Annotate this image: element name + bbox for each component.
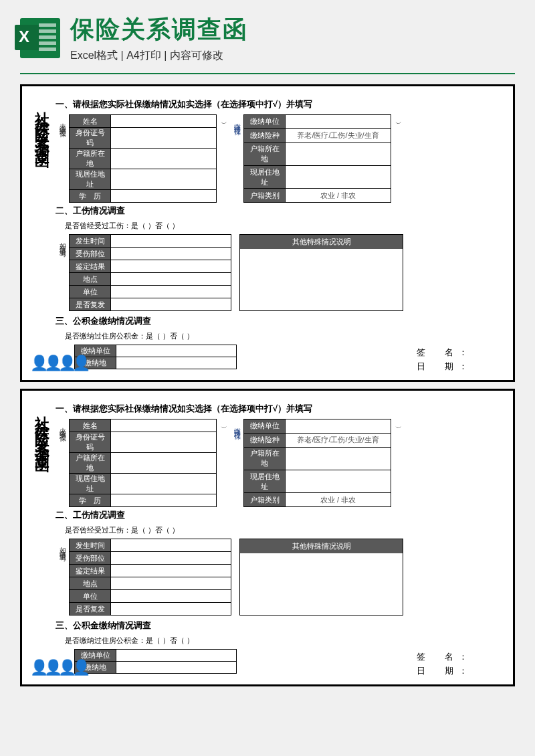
sec3-table: 缴纳单位 缴纳地	[74, 649, 237, 674]
sign-label: 签 名：	[417, 651, 473, 663]
section3-title: 三、公积金缴纳情况调查	[56, 620, 500, 632]
sec1-left-table: 姓名 身份证号码 户籍所在地 现居住地址 学 历	[69, 114, 217, 203]
section3-title: 三、公积金缴纳情况调查	[56, 315, 500, 327]
sec1-left-label: 未缴纳社保（	[56, 114, 69, 203]
label-unit2: 单位	[70, 286, 111, 298]
sec1-left-table: 姓名 身份证号码 户籍所在地 现居住地址 学 历	[69, 419, 217, 507]
input-recur[interactable]	[111, 298, 231, 311]
main-title: 保险关系调查函	[70, 13, 248, 46]
label-result: 鉴定结果	[70, 260, 111, 273]
section2-question: 是否曾经受过工伤：是（ ）否（ ）	[65, 221, 500, 231]
label-huji: 户籍所在地	[70, 149, 111, 169]
sec1-right-close: ）	[391, 114, 405, 203]
people-icon: 👤👤👤👤	[30, 355, 86, 372]
section3-question: 是否缴纳过住房公积金：是（ ）否（ ）	[65, 331, 500, 341]
input-addr2[interactable]	[286, 165, 391, 188]
sec1-right-table: 缴纳单位 缴纳险种养老/医疗/工伤/失业/生育 户籍所在地 现居住地址 户籍类别…	[243, 114, 391, 203]
sec2-left-label: 如有请填写	[56, 234, 69, 311]
other-body[interactable]	[240, 249, 403, 310]
sec2-left-label: 如有请填写	[56, 539, 69, 616]
sec3-table: 缴纳单位 缴纳地	[74, 345, 237, 369]
form-page-2: 社会保险关系调查函 一、请根据您实际社保缴纳情况如实选择（在选择项中打√）并填写…	[20, 389, 515, 686]
label-addr2: 现居住地址	[244, 165, 286, 188]
header: 保险关系调查函 Excel格式 | A4打印 | 内容可修改	[0, 0, 535, 70]
other-box: 其他特殊情况说明	[239, 234, 403, 311]
input-unit2[interactable]	[111, 286, 231, 298]
date-label: 日 期：	[417, 361, 473, 373]
label-name: 姓名	[70, 115, 111, 128]
input-gjj-unit[interactable]	[116, 345, 237, 357]
label-unit: 缴纳单位	[244, 115, 286, 129]
sec2-table: 发生时间 受伤部位 鉴定结果 地点 单位 是否复发	[69, 234, 231, 311]
section3-question: 是否缴纳过住房公积金：是（ ）否（ ）	[65, 636, 500, 646]
input-unit[interactable]	[286, 115, 391, 129]
sec1-left-label: 未缴纳社保（	[56, 419, 69, 507]
sign-label: 签 名：	[417, 347, 473, 359]
input-addr[interactable]	[111, 169, 217, 190]
input-edu[interactable]	[111, 190, 217, 203]
sec1-left-close: ）	[217, 114, 230, 203]
date-label: 日 期：	[417, 665, 473, 677]
form-page-1: 社会保险关系调查函 一、请根据您实际社保缴纳情况如实选择（在选择项中打√）并填写…	[20, 84, 515, 382]
section1-title: 一、请根据您实际社保缴纳情况如实选择（在选择项中打√）并填写	[56, 98, 500, 110]
input-time[interactable]	[111, 235, 231, 248]
sec1-right-label: 缴纳社保（	[230, 419, 243, 507]
section1-title: 一、请根据您实际社保缴纳情况如实选择（在选择项中打√）并填写	[56, 403, 500, 415]
subtitle: Excel格式 | A4打印 | 内容可修改	[70, 49, 248, 63]
sec1-left-close: ）	[217, 419, 230, 507]
header-divider	[20, 73, 515, 74]
input-type[interactable]: 养老/医疗/工伤/失业/生育	[286, 128, 391, 143]
label-id: 身份证号码	[70, 128, 111, 149]
sec2-table: 发生时间 受伤部位 鉴定结果 地点 单位 是否复发	[69, 539, 231, 616]
section2-title: 二、工伤情况调查	[56, 205, 500, 217]
side-title: 社会保险关系调查函	[32, 96, 56, 370]
section2-question: 是否曾经受过工伤：是（ ）否（ ）	[65, 525, 500, 535]
input-gjj-place[interactable]	[116, 357, 237, 369]
other-title: 其他特殊情况说明	[240, 539, 403, 553]
input-part[interactable]	[111, 248, 231, 260]
label-addr: 现居住地址	[70, 169, 111, 190]
people-icon: 👤👤👤👤	[30, 659, 86, 676]
section2-title: 二、工伤情况调查	[56, 509, 500, 521]
input-name[interactable]	[111, 115, 217, 128]
label-recur: 是否复发	[70, 298, 111, 311]
side-title: 社会保险关系调查函	[32, 401, 56, 674]
input-result[interactable]	[111, 260, 231, 273]
input-huji[interactable]	[111, 149, 217, 169]
label-edu: 学 历	[70, 190, 111, 203]
other-box: 其他特殊情况说明	[239, 539, 403, 616]
input-huji2[interactable]	[286, 143, 391, 165]
label-cat: 户籍类别	[244, 189, 286, 203]
label-type: 缴纳险种	[244, 128, 286, 143]
other-body[interactable]	[240, 553, 403, 615]
label-part: 受伤部位	[70, 248, 111, 260]
excel-icon	[20, 18, 60, 58]
sec1-right-table: 缴纳单位 缴纳险种养老/医疗/工伤/失业/生育 户籍所在地 现居住地址 户籍类别…	[243, 419, 391, 507]
input-cat[interactable]: 农业 / 非农	[286, 189, 391, 203]
sec1-right-close: ）	[391, 419, 405, 507]
input-id[interactable]	[111, 128, 217, 149]
label-huji2: 户籍所在地	[244, 143, 286, 165]
other-title: 其他特殊情况说明	[240, 235, 403, 249]
label-place: 地点	[70, 273, 111, 286]
input-place[interactable]	[111, 273, 231, 286]
sec1-right-label: 缴纳社保（	[230, 114, 243, 203]
label-time: 发生时间	[70, 235, 111, 248]
